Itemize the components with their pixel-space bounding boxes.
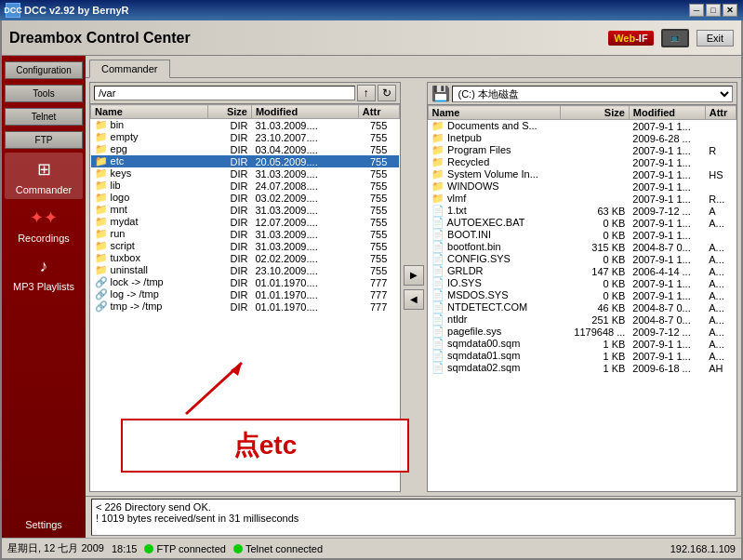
transfer-right-button[interactable]: ▶ xyxy=(404,265,424,286)
right-file-name: 📄 pagefile.sys xyxy=(428,326,561,338)
folder-icon: 📁 xyxy=(95,240,111,251)
exit-button[interactable]: Exit xyxy=(697,30,734,47)
right-file-row[interactable]: 📄 sqmdata01.sqm1 KB2007-9-1 1...A... xyxy=(428,350,736,362)
sidebar-item-recordings[interactable]: ✦✦ Recordings xyxy=(5,201,83,247)
right-file-row[interactable]: 📄 pagefile.sys1179648 ...2009-7-12 ...A.… xyxy=(428,326,736,338)
left-file-row[interactable]: 📁 uninstallDIR23.10.2009....755 xyxy=(91,264,400,276)
right-file-row[interactable]: 📄 BOOT.INI0 KB2007-9-1 1... xyxy=(428,229,736,241)
left-file-row[interactable]: 📁 libDIR24.07.2008....755 xyxy=(91,180,400,192)
left-file-row[interactable]: 📁 mydatDIR12.07.2009....755 xyxy=(91,216,400,228)
right-file-attr: A... xyxy=(705,217,736,229)
left-file-row[interactable]: 📁 epgDIR03.04.2009....755 xyxy=(91,143,400,155)
right-file-row[interactable]: 📄 NTDETECT.COM46 KB2004-8-7 0...A... xyxy=(428,301,736,313)
right-col-size[interactable]: Size xyxy=(561,106,629,120)
close-button[interactable]: ✕ xyxy=(723,4,737,17)
sidebar-item-mp3[interactable]: ♪ MP3 Playlists xyxy=(5,249,83,296)
right-file-row[interactable]: 📄 sqmdata00.sqm1 KB2007-9-1 1...A... xyxy=(428,338,736,350)
left-up-button[interactable]: ↑ xyxy=(357,85,376,101)
right-file-row[interactable]: 📄 IO.SYS0 KB2007-9-1 1...A... xyxy=(428,277,736,289)
left-col-name[interactable]: Name xyxy=(91,105,208,119)
maximize-button[interactable]: □ xyxy=(706,4,721,17)
right-file-modified: 2007-9-1 1... xyxy=(629,217,705,229)
right-drive-select[interactable]: (C:) 本地磁盘 xyxy=(452,86,734,102)
left-path-input[interactable]: /var xyxy=(94,86,355,100)
left-col-attr[interactable]: Attr xyxy=(358,105,399,119)
left-file-row[interactable]: 📁 mntDIR31.03.2009....755 xyxy=(91,204,400,216)
log-line1: < 226 Directory send OK. xyxy=(96,501,731,513)
left-file-row[interactable]: 🔗 log -> /tmpDIR01.01.1970....777 xyxy=(91,288,400,300)
right-file-row[interactable]: 📄 sqmdata02.sqm1 KB2009-6-18 ...AH xyxy=(428,362,736,374)
left-file-size: DIR xyxy=(207,300,251,313)
left-col-size[interactable]: Size xyxy=(207,105,251,119)
sidebar-item-settings[interactable]: Settings xyxy=(5,515,83,534)
left-file-row[interactable]: 🔗 lock -> /tmpDIR01.01.1970....777 xyxy=(91,276,400,288)
left-file-row[interactable]: 📁 emptyDIR23.10.2007....755 xyxy=(91,131,400,143)
right-file-row[interactable]: 📁 Inetpub2009-6-28 ... xyxy=(428,132,736,144)
left-col-modified[interactable]: Modified xyxy=(251,105,358,119)
left-file-row[interactable]: 📁 logoDIR03.02.2009....755 xyxy=(91,192,400,204)
left-file-row[interactable]: 📁 binDIR31.03.2009....755 xyxy=(91,119,400,132)
left-file-size: DIR xyxy=(207,276,251,288)
telnet-status: Telnet connected xyxy=(233,543,323,554)
left-file-modified: 23.10.2007.... xyxy=(251,131,358,143)
left-file-row[interactable]: 📁 keysDIR31.03.2009....755 xyxy=(91,167,400,180)
file-icon: 📄 xyxy=(431,277,447,288)
right-file-modified: 2007-9-1 1... xyxy=(629,144,705,156)
right-file-name: 📁 WINDOWS xyxy=(428,180,561,193)
right-file-row[interactable]: 📄 MSDOS.SYS0 KB2007-9-1 1...A... xyxy=(428,289,736,301)
right-file-row[interactable]: 📁 System Volume In...2007-9-1 1...HS xyxy=(428,168,736,180)
right-file-row[interactable]: 📄 ntldr251 KB2004-8-7 0...A... xyxy=(428,313,736,326)
sidebar-item-configuration[interactable]: Configuration xyxy=(5,61,83,79)
transfer-left-button[interactable]: ◀ xyxy=(404,289,424,310)
webif-badge[interactable]: Web-IF xyxy=(608,31,653,46)
folder-icon: 📁 xyxy=(95,204,111,215)
right-file-attr xyxy=(705,156,736,168)
right-file-row[interactable]: 📄 1.txt63 KB2009-7-12 ...A xyxy=(428,205,736,217)
right-file-row[interactable]: 📁 Program Files2007-9-1 1...R xyxy=(428,144,736,156)
left-file-name: 📁 empty xyxy=(91,131,208,143)
left-file-size: DIR xyxy=(207,143,251,155)
right-file-size: 63 KB xyxy=(561,205,629,217)
folder-icon: 📁 xyxy=(95,143,111,154)
right-col-modified[interactable]: Modified xyxy=(629,106,705,120)
tab-commander[interactable]: Commander xyxy=(89,60,170,78)
right-file-row[interactable]: 📄 bootfont.bin315 KB2004-8-7 0...A... xyxy=(428,241,736,253)
right-file-row[interactable]: 📁 Documents and S...2007-9-1 1... xyxy=(428,120,736,133)
left-file-modified: 31.03.2009.... xyxy=(251,119,358,132)
folder-icon: 📁 xyxy=(95,252,111,263)
sidebar-item-commander[interactable]: ⊞ Commander xyxy=(5,153,83,199)
right-file-row[interactable]: 📄 GRLDR147 KB2006-4-14 ...A... xyxy=(428,265,736,277)
left-file-attr: 755 xyxy=(358,204,399,216)
right-col-name[interactable]: Name xyxy=(428,106,561,120)
folder-icon: 📁 xyxy=(95,216,111,227)
right-col-attr[interactable]: Attr xyxy=(705,106,736,120)
left-file-size: DIR xyxy=(207,252,251,264)
right-path-bar: 💾 (C:) 本地磁盘 xyxy=(428,83,737,105)
left-file-attr: 755 xyxy=(358,264,399,276)
right-file-attr xyxy=(705,120,736,133)
sidebar-item-ftp[interactable]: FTP xyxy=(5,131,83,149)
right-file-attr: A... xyxy=(705,289,736,301)
left-file-row[interactable]: 📁 etcDIR20.05.2009....755 xyxy=(91,155,400,167)
right-file-row[interactable]: 📄 CONFIG.SYS0 KB2007-9-1 1...A... xyxy=(428,253,736,265)
left-file-row[interactable]: 🔗 tmp -> /tmpDIR01.01.1970....777 xyxy=(91,300,400,313)
left-refresh-button[interactable]: ↻ xyxy=(378,85,396,101)
sidebar-item-tools[interactable]: Tools xyxy=(5,85,83,102)
file-icon: 📄 xyxy=(431,326,447,337)
left-file-row[interactable]: 📁 scriptDIR31.03.2009....755 xyxy=(91,240,400,252)
right-file-attr: A... xyxy=(705,313,736,326)
right-file-row[interactable]: 📁 WINDOWS2007-9-1 1... xyxy=(428,180,736,193)
right-file-row[interactable]: 📁 Recycled2007-9-1 1... xyxy=(428,156,736,168)
minimize-button[interactable]: ─ xyxy=(689,4,704,17)
left-file-row[interactable]: 📁 runDIR31.03.2009....755 xyxy=(91,228,400,240)
log-area: < 226 Directory send OK. ! 1019 bytes re… xyxy=(91,499,736,536)
right-file-name: 📄 bootfont.bin xyxy=(428,241,561,253)
left-file-size: DIR xyxy=(207,228,251,240)
sidebar-item-telnet[interactable]: Telnet xyxy=(5,108,83,126)
left-file-row[interactable]: 📁 tuxboxDIR02.02.2009....755 xyxy=(91,252,400,264)
right-file-row[interactable]: 📄 AUTOEXEC.BAT0 KB2007-9-1 1...A... xyxy=(428,217,736,229)
right-file-row[interactable]: 📁 vlmf2007-9-1 1...R... xyxy=(428,193,736,205)
left-file-size: DIR xyxy=(207,131,251,143)
folder-icon: 📁 xyxy=(95,119,111,130)
left-file-attr: 755 xyxy=(358,228,399,240)
